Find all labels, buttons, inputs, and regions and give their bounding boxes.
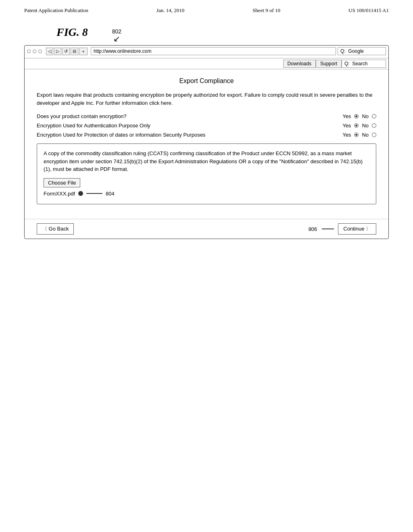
browser-chrome: ◁ ▷ ↺ ⊟ ＋ (25, 46, 388, 58)
home-button[interactable]: ⊟ (71, 48, 78, 55)
file-name-label: FormXXX.pdf (44, 190, 75, 198)
yes-label-1: Yes (342, 113, 351, 119)
support-button[interactable]: Support (316, 60, 342, 68)
question-1-text: Does your product contain encryption? (37, 113, 342, 119)
ref-804-label: 804 (106, 190, 115, 198)
node-circle-804 (78, 191, 83, 196)
yes-radio-1[interactable] (354, 114, 359, 118)
patent-number: US 100/011415 A1 (348, 7, 389, 14)
arrow-down-icon: ↙ (113, 35, 120, 43)
question-2-text: Encryption Used for Authentication Purpo… (37, 123, 342, 129)
back-button[interactable]: ◁ (46, 48, 53, 55)
no-radio-3[interactable] (372, 133, 376, 137)
downloads-button[interactable]: Downloads (283, 60, 316, 68)
question-row-2: Encryption Used for Authentication Purpo… (37, 123, 376, 129)
nav-buttons: 〈 Go Back 806 Continue 〉 (25, 219, 388, 239)
radio-group-3: Yes No (342, 132, 376, 138)
fig-label: FIG. 8 (56, 26, 88, 39)
file-info-row: FormXXX.pdf 804 (44, 190, 369, 198)
continue-row: 806 Continue 〉 (309, 223, 376, 235)
patent-date: Jan. 14, 2010 (156, 7, 184, 14)
yes-label-3: Yes (342, 132, 351, 138)
no-radio-2[interactable] (372, 123, 376, 128)
no-radio-1[interactable] (372, 114, 376, 118)
ccats-box: A copy of the commodity classification r… (37, 143, 376, 204)
browser-window: ◁ ▷ ↺ ⊟ ＋ Downloads Support Export Compl… (24, 45, 389, 239)
traffic-lights (27, 50, 42, 53)
question-row-1: Does your product contain encryption? Ye… (37, 113, 376, 119)
traffic-light-min[interactable] (33, 50, 36, 53)
radio-group-2: Yes No (342, 123, 376, 129)
browser-controls: ◁ ▷ ↺ ⊟ ＋ (46, 48, 88, 55)
add-tab-button[interactable]: ＋ (79, 48, 88, 55)
node-line-804 (86, 193, 102, 194)
patent-header: Patent Application Publication Jan. 14, … (0, 0, 413, 18)
continue-button[interactable]: Continue 〉 (338, 223, 376, 235)
yes-radio-3[interactable] (354, 133, 359, 137)
forward-button[interactable]: ▷ (54, 48, 61, 55)
address-bar[interactable] (91, 47, 336, 55)
reload-button[interactable]: ↺ (62, 48, 70, 55)
export-compliance-title: Export Compliance (37, 77, 376, 85)
ref-802-label: 802 (112, 28, 121, 35)
no-label-2: No (362, 123, 369, 129)
browser-toolbar: Downloads Support (25, 58, 388, 69)
choose-file-button[interactable]: Choose File (44, 178, 80, 187)
no-label-1: No (362, 113, 369, 119)
main-content: FIG. 8 802 ↙ ◁ ▷ ↺ ⊟ ＋ (0, 18, 413, 255)
toolbar-search-bar[interactable] (342, 60, 386, 68)
question-row-3: Encryption Used for Protection of dates … (37, 132, 376, 138)
export-description: Export laws require that products contai… (37, 91, 376, 107)
go-back-button[interactable]: 〈 Go Back (37, 223, 74, 235)
ccats-text: A copy of the commodity classification r… (44, 150, 369, 173)
yes-radio-2[interactable] (354, 123, 359, 128)
patent-title: Patent Application Publication (24, 7, 88, 14)
page-content: Export Compliance Export laws require th… (25, 69, 388, 219)
patent-sheet: Sheet 9 of 10 (252, 7, 280, 14)
question-3-text: Encryption Used for Protection of dates … (37, 132, 342, 138)
traffic-light-max[interactable] (38, 50, 42, 53)
traffic-light-close[interactable] (27, 50, 31, 53)
ref-806-line (322, 229, 334, 229)
google-search-bar[interactable] (338, 47, 386, 55)
browser-title-bar: ◁ ▷ ↺ ⊟ ＋ (27, 47, 386, 55)
radio-group-1: Yes No (342, 113, 376, 119)
ref-806-label: 806 (309, 226, 317, 232)
no-label-3: No (362, 132, 369, 138)
yes-label-2: Yes (342, 123, 351, 129)
